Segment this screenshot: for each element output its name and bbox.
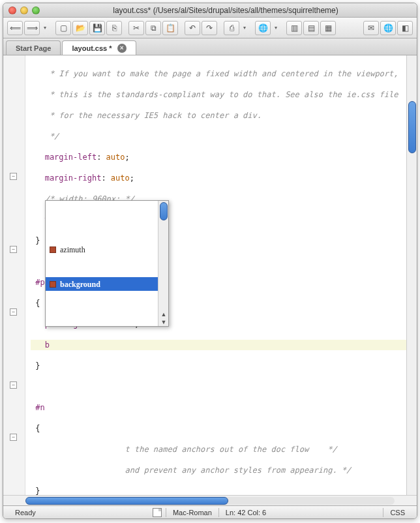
autocomplete-popup[interactable]: azimuth background background-attachment… (45, 200, 169, 327)
tab-label: Start Page (16, 44, 51, 52)
window-title: layout.css* (/Users/al/Sites/drupal/site… (40, 6, 412, 15)
tab-layout-css[interactable]: layout.css * × (62, 40, 136, 55)
panel-2-button[interactable]: ▤ (303, 21, 319, 35)
titlebar: layout.css* (/Users/al/Sites/drupal/site… (3, 3, 417, 18)
undo-button[interactable]: ↶ (185, 21, 200, 35)
help-button[interactable]: ◧ (397, 21, 413, 35)
status-cursor-position[interactable]: Ln: 42 Col: 6 (219, 509, 273, 516)
code-area[interactable]: * If you want to make the page a fixed w… (25, 55, 406, 495)
vertical-scrollbar-thumb[interactable] (408, 101, 416, 153)
code-line: } (31, 361, 40, 370)
property-icon (50, 247, 56, 253)
traffic-lights (8, 7, 40, 14)
code-line: */ (31, 132, 59, 141)
gutter[interactable]: − − − − − (3, 55, 25, 495)
nav-history-dropdown[interactable]: ▾ (41, 25, 49, 31)
editor: − − − − − * If you want to make the page… (3, 55, 417, 495)
nav-forward-button[interactable]: ⟹ (24, 21, 40, 35)
close-window-button[interactable] (8, 7, 16, 14)
panel-3-button[interactable]: ▦ (320, 21, 336, 35)
code-line (31, 381, 406, 392)
status-encoding[interactable]: Mac-Roman (166, 509, 218, 516)
code-line: * this is the standards-compliant way to… (31, 90, 398, 99)
code-line: * If you want to make the page a fixed w… (31, 69, 398, 78)
autocomplete-item-label: azimuth (60, 245, 85, 255)
code-line: margin-right (31, 173, 101, 183)
property-icon (50, 281, 56, 288)
open-file-button[interactable]: 📂 (72, 21, 88, 35)
autocomplete-scrollbar-thumb[interactable] (160, 202, 168, 220)
horizontal-scrollbar[interactable] (3, 495, 417, 505)
autocomplete-item[interactable]: azimuth (46, 243, 168, 256)
zoom-window-button[interactable] (32, 7, 40, 14)
fold-marker-icon[interactable]: − (10, 308, 17, 316)
code-line: t the named anchors out of the doc flow … (31, 445, 337, 454)
code-line: * for the necessary IE5 hack to center a… (31, 111, 262, 120)
scroll-down-icon[interactable]: ▼ (160, 317, 168, 325)
code-line: #n (31, 403, 45, 412)
status-language[interactable]: CSS (383, 509, 412, 516)
save-all-button[interactable]: ⎘ (106, 21, 122, 35)
tab-close-icon[interactable]: × (117, 44, 127, 53)
code-line: margin-left (31, 153, 97, 162)
toolbar: ⟸ ⟹ ▾ ▢ 📂 💾 ⎘ ✂ ⧉ 📋 ↶ ↷ ⎙ ▾ 🌐 ▾ ▥ ▤ ▦ ✉ … (3, 18, 417, 38)
nav-back-button[interactable]: ⟸ (7, 21, 23, 35)
fold-marker-icon[interactable]: − (10, 173, 17, 180)
browser-button[interactable]: 🌐 (255, 21, 271, 35)
code-line-current: b (31, 340, 50, 350)
panel-1-button[interactable]: ▥ (286, 21, 302, 35)
document-icon (153, 508, 162, 517)
browser-dropdown[interactable]: ▾ (272, 25, 280, 31)
mail-button[interactable]: ✉ (363, 21, 379, 35)
paste-button[interactable]: 📋 (162, 21, 178, 35)
window: layout.css* (/Users/al/Sites/drupal/site… (3, 3, 417, 519)
fold-marker-icon[interactable]: − (10, 246, 17, 253)
code-line: and prevent any anchor styles from appea… (31, 466, 351, 475)
code-line: } (31, 236, 40, 245)
print-dropdown[interactable]: ▾ (241, 25, 248, 31)
autocomplete-item-selected[interactable]: background (46, 277, 168, 291)
copy-button[interactable]: ⧉ (145, 21, 161, 35)
tab-start-page[interactable]: Start Page (6, 40, 61, 55)
save-button[interactable]: 💾 (89, 21, 105, 35)
minimize-window-button[interactable] (20, 7, 28, 14)
code-line: { (31, 299, 40, 308)
status-bar: Ready Mac-Roman Ln: 42 Col: 6 CSS (3, 505, 417, 518)
autocomplete-item-label: background (60, 279, 100, 290)
autocomplete-scrollbar[interactable]: ▲ ▼ (158, 201, 168, 326)
horizontal-scrollbar-thumb[interactable] (25, 497, 228, 505)
scroll-up-icon[interactable]: ▲ (160, 309, 168, 317)
print-button[interactable]: ⎙ (224, 21, 239, 35)
status-ready: Ready (8, 509, 42, 516)
code-line: { (31, 424, 40, 433)
fold-marker-icon[interactable]: − (10, 381, 17, 389)
globe-button[interactable]: 🌐 (380, 21, 396, 35)
cut-button[interactable]: ✂ (128, 21, 144, 35)
code-line: } (31, 486, 40, 495)
tab-bar: Start Page layout.css * × (3, 38, 417, 55)
fold-marker-icon[interactable]: − (10, 434, 17, 441)
vertical-scrollbar[interactable] (406, 55, 417, 495)
new-file-button[interactable]: ▢ (55, 21, 71, 35)
redo-button[interactable]: ↷ (202, 21, 217, 35)
horizontal-scrollbar-track[interactable] (25, 497, 395, 505)
autocomplete-list: azimuth background background-attachment… (46, 222, 168, 295)
tab-label: layout.css * (72, 44, 112, 52)
